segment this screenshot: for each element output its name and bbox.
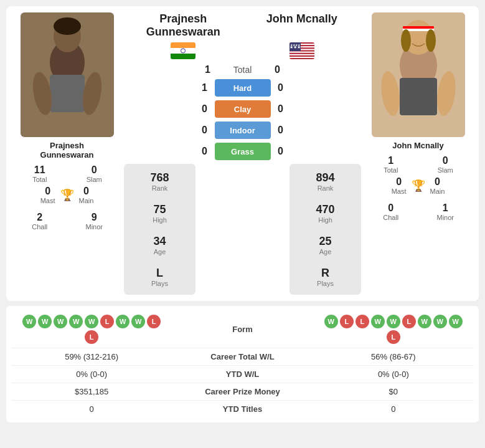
right-clay-score: 0 bbox=[275, 103, 287, 115]
left-rank-label: Rank bbox=[129, 184, 191, 192]
form-badge: W bbox=[433, 315, 447, 328]
trophy-icon-left: 🏆 bbox=[60, 188, 74, 202]
left-total-label: Total bbox=[15, 176, 65, 183]
form-badge: W bbox=[38, 315, 52, 328]
form-badge: W bbox=[387, 315, 400, 328]
left-plays-box: L Plays bbox=[126, 262, 193, 292]
svg-point-26 bbox=[401, 29, 411, 52]
stats-right-3: 0 bbox=[318, 404, 469, 414]
right-grass-score: 0 bbox=[275, 146, 287, 157]
left-clay-score: 0 bbox=[199, 103, 211, 115]
surface-row-indoor: 0 Indoor 0 bbox=[199, 120, 287, 140]
trophy-icon-right: 🏆 bbox=[412, 179, 425, 193]
form-badge: L bbox=[100, 315, 114, 328]
left-mast-value: 0 bbox=[40, 186, 55, 197]
left-chall-label: Chall bbox=[15, 223, 65, 231]
right-plays-value: R bbox=[294, 267, 356, 280]
left-mast-label: Mast bbox=[40, 197, 55, 204]
stats-rows-container: 59% (312-216) Career Total W/L 56% (86-6… bbox=[11, 348, 474, 417]
left-form-badges: WWWWWLWWLL bbox=[16, 315, 167, 344]
form-label: Form bbox=[167, 325, 318, 334]
hard-badge: Hard bbox=[215, 79, 271, 97]
right-slam-value: 0 bbox=[421, 155, 471, 166]
form-badge: L bbox=[387, 330, 400, 344]
names-area: Prajnesh Gunneswaran John Mcnally bbox=[124, 12, 361, 39]
right-age-box: 25 Age bbox=[292, 230, 359, 260]
form-badge: W bbox=[116, 315, 129, 328]
grass-badge: Grass bbox=[215, 143, 271, 160]
svg-point-3 bbox=[54, 17, 81, 35]
svg-rect-7 bbox=[171, 42, 195, 48]
stats-row-2: $351,185 Career Prize Money $0 bbox=[11, 383, 474, 401]
right-high-label: High bbox=[294, 216, 356, 224]
player-right-stats-2: 0 Chall 1 Minor bbox=[364, 203, 473, 221]
left-player-name-top: Prajnesh Gunneswaran bbox=[124, 12, 243, 39]
svg-rect-15 bbox=[290, 52, 314, 53]
right-mast-label: Mast bbox=[392, 188, 407, 195]
stats-label-1: YTD W/L bbox=[167, 369, 318, 379]
right-total-value: 1 bbox=[366, 155, 416, 166]
left-total-score: 1 bbox=[202, 64, 214, 75]
left-main-label: Main bbox=[79, 197, 94, 204]
right-main-cell: 0 Main bbox=[430, 176, 445, 195]
right-total-cell: 1 Total bbox=[366, 155, 416, 174]
right-plays-box: R Plays bbox=[292, 262, 359, 292]
form-badge: W bbox=[85, 315, 98, 328]
left-rank-value: 768 bbox=[129, 171, 191, 184]
svg-rect-16 bbox=[290, 54, 314, 55]
surface-rows: 1 Hard 0 0 Clay 0 0 Indoor 0 0 Grass 0 bbox=[199, 78, 287, 161]
stats-left-3: 0 bbox=[16, 404, 167, 414]
stats-row-1: 0% (0-0) YTD W/L 0% (0-0) bbox=[11, 366, 474, 383]
left-chall-cell: 2 Chall bbox=[15, 212, 65, 231]
right-trophy-row: 0 Mast 🏆 0 Main bbox=[392, 176, 445, 195]
right-chall-label: Chall bbox=[366, 214, 416, 221]
main-card: Prajnesh Gunneswaran 11 Total 0 Slam bbox=[6, 6, 479, 301]
left-age-value: 34 bbox=[129, 235, 191, 248]
form-badge: W bbox=[449, 315, 463, 328]
player-right-stats: 1 Total 0 Slam bbox=[364, 155, 473, 174]
player-right-name: John Mcnally bbox=[392, 141, 443, 150]
left-high-value: 75 bbox=[129, 203, 191, 216]
stats-row-0: 59% (312-216) Career Total W/L 56% (86-6… bbox=[11, 348, 474, 366]
form-badge: W bbox=[22, 315, 36, 328]
left-minor-value: 9 bbox=[70, 212, 120, 223]
left-slam-value: 0 bbox=[70, 164, 120, 176]
right-rank-value: 894 bbox=[294, 171, 356, 184]
player-right-photo bbox=[372, 12, 465, 137]
right-chall-cell: 0 Chall bbox=[366, 203, 416, 221]
right-mast-value: 0 bbox=[392, 176, 407, 188]
svg-rect-28 bbox=[400, 78, 437, 115]
right-form-badges: WLLWWLWWWL bbox=[318, 315, 469, 344]
stats-right-0: 56% (86-67) bbox=[318, 352, 469, 361]
left-age-box: 34 Age bbox=[126, 230, 193, 260]
total-label: Total bbox=[218, 65, 268, 75]
right-high-box: 470 High bbox=[292, 198, 359, 229]
right-minor-label: Minor bbox=[421, 214, 471, 221]
left-rank-box: 768 Rank bbox=[126, 166, 193, 197]
right-main-value: 0 bbox=[430, 176, 445, 188]
stats-right-2: $0 bbox=[318, 387, 469, 396]
player-left-name: Prajnesh Gunneswaran bbox=[40, 141, 94, 160]
svg-rect-4 bbox=[50, 75, 85, 112]
svg-rect-17 bbox=[290, 57, 314, 58]
total-row: 1 Total 0 bbox=[202, 64, 284, 75]
player-header: Prajnesh Gunneswaran 11 Total 0 Slam bbox=[12, 12, 473, 295]
form-badge: L bbox=[340, 315, 354, 328]
right-stats-panel: 894 Rank 470 High 25 Age R bbox=[290, 164, 361, 295]
player-left: Prajnesh Gunneswaran 11 Total 0 Slam bbox=[12, 12, 121, 231]
right-slam-cell: 0 Slam bbox=[421, 155, 471, 174]
left-main-value: 0 bbox=[79, 186, 94, 197]
right-slam-label: Slam bbox=[421, 166, 471, 174]
left-indoor-score: 0 bbox=[199, 125, 211, 136]
right-plays-label: Plays bbox=[294, 280, 356, 287]
left-plays-label: Plays bbox=[129, 280, 191, 287]
left-plays-value: L bbox=[129, 267, 191, 280]
player-left-stats: 11 Total 0 Slam bbox=[12, 164, 121, 183]
form-badge: W bbox=[371, 315, 385, 328]
player-right: John Mcnally 1 Total 0 Slam 0 bbox=[364, 12, 473, 221]
form-badge: W bbox=[324, 315, 338, 328]
left-slam-cell: 0 Slam bbox=[70, 164, 120, 183]
stats-left-0: 59% (312-216) bbox=[16, 352, 167, 361]
stats-right-1: 0% (0-0) bbox=[318, 369, 469, 379]
form-badge: L bbox=[356, 315, 369, 328]
